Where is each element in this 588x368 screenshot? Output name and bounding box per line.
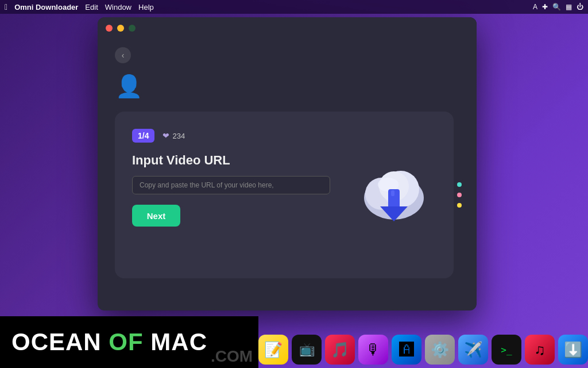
watermark-of: OF xyxy=(109,328,143,355)
like-count: ❤ 234 xyxy=(163,131,185,140)
menubar-right: A ✚ 🔍 ▦ ⏻ xyxy=(533,3,583,11)
next-button[interactable]: Next xyxy=(132,205,180,227)
dots-indicator xyxy=(457,182,462,208)
dock-item-settings[interactable]: ⚙️ xyxy=(425,335,455,365)
app-name: Omni Downloader xyxy=(14,3,78,12)
title-bar xyxy=(98,17,477,39)
menubar-search-icon[interactable]: 🔍 xyxy=(552,3,561,11)
dot-1 xyxy=(457,182,462,187)
cloud-illustration xyxy=(348,149,440,241)
dock: 🧡 📝 📺 🎵 🎙 🅰 ⚙️ ✈️ >_ ♫ ⬇️ 🗑 xyxy=(258,325,588,367)
watermark: OCEAN OF MAC .COM xyxy=(0,316,258,368)
menu-window[interactable]: Window xyxy=(105,3,131,12)
watermark-mac: MAC xyxy=(150,328,207,355)
menu-edit[interactable]: Edit xyxy=(85,3,98,12)
back-button[interactable]: ‹ xyxy=(115,47,131,63)
card-header: 1/4 ❤ 234 xyxy=(132,129,436,143)
heart-icon: ❤ xyxy=(163,131,169,140)
svg-rect-7 xyxy=(391,190,394,196)
close-button[interactable] xyxy=(106,25,113,32)
menubar-power-icon: ⏻ xyxy=(577,3,583,11)
step-badge: 1/4 xyxy=(132,129,154,143)
menubar-left:  Omni Downloader Edit Window Help xyxy=(5,2,154,12)
window-content: ‹ 👤 1/4 ❤ 234 Input Video URL Next xyxy=(98,39,477,310)
dock-item-notes[interactable]: 📝 xyxy=(258,335,288,365)
menubar:  Omni Downloader Edit Window Help A ✚ 🔍… xyxy=(0,0,588,14)
dot-3 xyxy=(457,203,462,208)
dock-item-scrobbler[interactable]: ♫ xyxy=(525,335,555,365)
menubar-icon-2: ✚ xyxy=(542,3,548,11)
dock-item-downloads[interactable]: ⬇️ xyxy=(558,335,588,365)
like-count-value: 234 xyxy=(172,132,185,140)
menubar-icon-1: A xyxy=(533,3,537,11)
menubar-icon-4: ▦ xyxy=(566,3,572,11)
dock-item-terminal[interactable]: >_ xyxy=(492,335,521,365)
url-input[interactable] xyxy=(132,176,330,194)
watermark-com: .COM xyxy=(211,347,253,366)
user-avatar: 👤 xyxy=(115,72,142,100)
menu-help[interactable]: Help xyxy=(138,3,154,12)
watermark-ocean: OCEAN xyxy=(11,328,102,355)
dock-item-appletv[interactable]: 📺 xyxy=(292,335,322,365)
apple-menu-icon[interactable]:  xyxy=(5,2,7,12)
dock-item-appstore[interactable]: 🅰 xyxy=(392,335,421,365)
minimize-button[interactable] xyxy=(117,25,124,32)
dock-item-podcasts[interactable]: 🎙 xyxy=(358,335,388,365)
watermark-text: OCEAN OF MAC xyxy=(11,328,207,356)
app-window: ‹ 👤 1/4 ❤ 234 Input Video URL Next xyxy=(98,17,477,310)
dot-2 xyxy=(457,193,462,197)
avatar-icon: 👤 xyxy=(115,74,142,99)
main-card: 1/4 ❤ 234 Input Video URL Next xyxy=(115,112,454,278)
dock-item-music[interactable]: 🎵 xyxy=(325,335,355,365)
maximize-button[interactable] xyxy=(129,25,136,32)
dock-item-testflight[interactable]: ✈️ xyxy=(458,335,488,365)
